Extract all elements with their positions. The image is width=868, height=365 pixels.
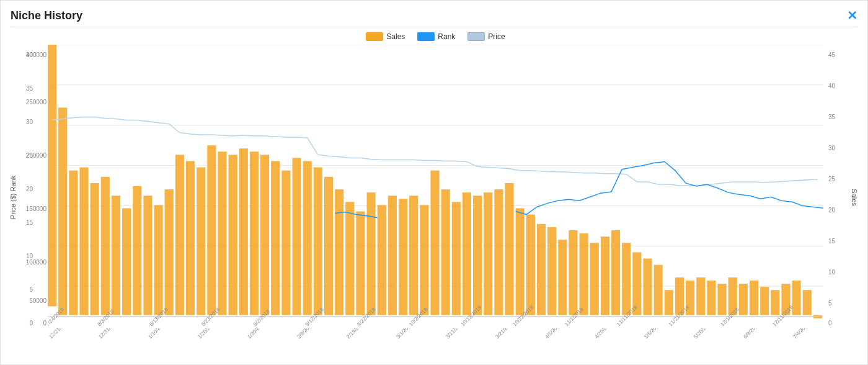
svg-rect-82 <box>643 259 652 315</box>
svg-text:30: 30 <box>828 145 836 151</box>
legend-sales: Sales <box>366 32 405 41</box>
svg-rect-53 <box>335 189 343 315</box>
main-chart-svg: 7/24/2018 8/3/2018 8/13/2018 8/23/2018 9… <box>48 45 823 328</box>
svg-rect-96 <box>792 281 801 315</box>
svg-rect-54 <box>345 202 354 315</box>
svg-text:Sales: Sales <box>851 189 857 206</box>
svg-text:150000: 150000 <box>26 205 47 212</box>
svg-text:2/9/2019: 2/9/2019 <box>296 328 315 340</box>
svg-rect-56 <box>367 192 376 315</box>
svg-rect-50 <box>303 161 312 315</box>
legend-price-label: Price <box>488 32 505 41</box>
svg-rect-58 <box>388 196 397 315</box>
svg-text:30: 30 <box>26 119 33 125</box>
svg-text:35: 35 <box>828 114 836 120</box>
svg-rect-42 <box>218 151 226 315</box>
y-axis-right: 45 40 35 30 25 20 15 10 5 0 Sales <box>823 30 857 346</box>
svg-rect-41 <box>207 145 216 315</box>
svg-rect-33 <box>122 208 131 315</box>
svg-text:35: 35 <box>26 85 33 92</box>
legend: Sales Rank Price <box>48 30 823 45</box>
svg-text:5/5/2019: 5/5/2019 <box>643 328 662 340</box>
svg-rect-46 <box>260 155 269 315</box>
svg-rect-45 <box>250 151 259 315</box>
svg-rect-78 <box>601 237 609 315</box>
svg-text:2/19/2019: 2/19/2019 <box>345 328 366 340</box>
svg-rect-76 <box>580 233 588 315</box>
svg-rect-70 <box>516 208 525 315</box>
close-button[interactable]: ✕ <box>847 8 857 23</box>
svg-rect-66 <box>473 196 482 315</box>
svg-rect-49 <box>292 158 301 315</box>
svg-rect-94 <box>771 290 779 315</box>
svg-text:0: 0 <box>29 320 33 327</box>
svg-rect-36 <box>154 205 163 315</box>
svg-rect-26 <box>48 45 56 307</box>
svg-text:1/10/2019: 1/10/2019 <box>147 328 168 340</box>
svg-text:1/30/2019: 1/30/2019 <box>246 328 267 340</box>
svg-rect-34 <box>133 186 141 315</box>
svg-text:0: 0 <box>43 320 46 327</box>
svg-rect-59 <box>399 199 407 315</box>
svg-text:15: 15 <box>26 219 33 226</box>
legend-rank: Rank <box>417 32 455 41</box>
svg-text:Price ($)   Rank: Price ($) Rank <box>11 175 17 219</box>
svg-rect-27 <box>58 107 67 315</box>
svg-text:20: 20 <box>828 207 836 214</box>
svg-text:3/11/2019: 3/11/2019 <box>445 328 466 340</box>
svg-rect-55 <box>356 212 365 315</box>
y-axis-left: 40 35 30 25 20 15 10 5 0 300000 250000 2… <box>11 30 48 346</box>
svg-rect-89 <box>718 284 727 315</box>
svg-text:10: 10 <box>828 269 836 276</box>
chart-inner: Sales Rank Price <box>48 30 823 346</box>
svg-text:45: 45 <box>828 52 836 58</box>
svg-rect-65 <box>463 192 471 315</box>
svg-rect-40 <box>197 168 205 315</box>
svg-text:300000: 300000 <box>26 52 47 58</box>
svg-text:15: 15 <box>828 238 836 245</box>
svg-rect-63 <box>441 189 450 315</box>
svg-rect-38 <box>175 155 184 315</box>
svg-text:25: 25 <box>828 176 836 182</box>
svg-rect-80 <box>622 243 631 315</box>
svg-text:4/20/2019: 4/20/2019 <box>593 328 614 340</box>
legend-sales-color <box>366 32 383 41</box>
legend-price: Price <box>467 32 505 41</box>
svg-rect-52 <box>324 177 333 315</box>
legend-rank-color <box>417 32 435 41</box>
svg-rect-28 <box>69 171 78 315</box>
svg-text:7/4/2019: 7/4/2019 <box>792 328 811 340</box>
svg-text:20: 20 <box>26 186 33 192</box>
legend-price-color <box>467 32 485 41</box>
svg-text:12/21/2018: 12/21/2018 <box>48 328 71 340</box>
svg-rect-32 <box>112 196 120 315</box>
chart-area: 40 35 30 25 20 15 10 5 0 300000 250000 2… <box>11 30 857 346</box>
svg-rect-71 <box>526 215 535 315</box>
svg-rect-83 <box>654 265 663 315</box>
svg-rect-73 <box>547 227 556 315</box>
svg-text:40: 40 <box>828 83 836 89</box>
svg-rect-37 <box>165 189 174 315</box>
svg-rect-92 <box>750 281 758 315</box>
svg-rect-64 <box>452 202 461 315</box>
svg-text:12/31/2018: 12/31/2018 <box>97 328 120 340</box>
svg-text:5: 5 <box>29 286 33 293</box>
svg-text:200000: 200000 <box>26 152 47 159</box>
svg-rect-69 <box>505 183 513 315</box>
svg-rect-60 <box>409 196 418 315</box>
svg-rect-68 <box>494 189 503 315</box>
svg-rect-72 <box>537 224 546 315</box>
sales-bars <box>48 45 822 318</box>
svg-rect-87 <box>696 277 705 315</box>
svg-text:4/5/2019: 4/5/2019 <box>544 328 563 340</box>
svg-text:0: 0 <box>828 320 832 327</box>
svg-text:1/20/2019: 1/20/2019 <box>197 328 218 340</box>
svg-rect-35 <box>143 196 152 315</box>
svg-rect-44 <box>239 148 248 315</box>
rank-line <box>516 161 823 214</box>
legend-rank-label: Rank <box>438 32 455 41</box>
svg-rect-91 <box>739 284 748 315</box>
svg-rect-43 <box>229 155 237 315</box>
svg-rect-48 <box>281 171 290 315</box>
svg-text:250000: 250000 <box>26 99 47 106</box>
